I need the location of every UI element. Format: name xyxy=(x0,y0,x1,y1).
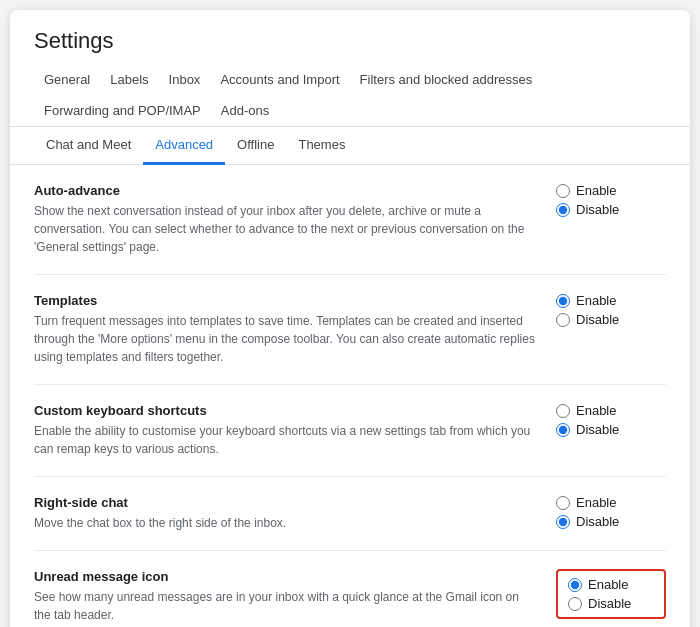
nav-filters[interactable]: Filters and blocked addresses xyxy=(350,64,543,95)
top-navigation: General Labels Inbox Accounts and Import… xyxy=(10,64,690,127)
setting-unread-icon-info: Unread message icon See how many unread … xyxy=(34,569,556,624)
setting-templates: Templates Turn frequent messages into te… xyxy=(34,275,666,385)
keyboard-enable-option[interactable]: Enable xyxy=(556,403,616,418)
setting-right-chat-desc: Move the chat box to the right side of t… xyxy=(34,514,536,532)
setting-keyboard-title: Custom keyboard shortcuts xyxy=(34,403,536,418)
auto-advance-disable-option[interactable]: Disable xyxy=(556,202,619,217)
tab-offline[interactable]: Offline xyxy=(225,127,286,165)
right-chat-disable-option[interactable]: Disable xyxy=(556,514,619,529)
setting-auto-advance-title: Auto-advance xyxy=(34,183,536,198)
setting-unread-icon-desc: See how many unread messages are in your… xyxy=(34,588,536,624)
keyboard-enable-label: Enable xyxy=(576,403,616,418)
templates-enable-label: Enable xyxy=(576,293,616,308)
right-chat-enable-label: Enable xyxy=(576,495,616,510)
setting-right-chat-title: Right-side chat xyxy=(34,495,536,510)
tab-advanced[interactable]: Advanced xyxy=(143,127,225,165)
templates-disable-radio[interactable] xyxy=(556,313,570,327)
tab-chat-and-meet[interactable]: Chat and Meet xyxy=(34,127,143,165)
nav-forwarding[interactable]: Forwarding and POP/IMAP xyxy=(34,95,211,126)
auto-advance-enable-radio[interactable] xyxy=(556,184,570,198)
unread-icon-disable-label: Disable xyxy=(588,596,631,611)
setting-unread-icon: Unread message icon See how many unread … xyxy=(34,551,666,627)
right-chat-enable-option[interactable]: Enable xyxy=(556,495,616,510)
setting-auto-advance-desc: Show the next conversation instead of yo… xyxy=(34,202,536,256)
right-chat-disable-label: Disable xyxy=(576,514,619,529)
templates-enable-option[interactable]: Enable xyxy=(556,293,616,308)
nav-addons[interactable]: Add-ons xyxy=(211,95,279,126)
auto-advance-enable-label: Enable xyxy=(576,183,616,198)
templates-disable-option[interactable]: Disable xyxy=(556,312,619,327)
unread-icon-disable-option[interactable]: Disable xyxy=(568,596,631,611)
settings-window: Settings General Labels Inbox Accounts a… xyxy=(10,10,690,627)
setting-templates-title: Templates xyxy=(34,293,536,308)
nav-inbox[interactable]: Inbox xyxy=(159,64,211,95)
nav-labels[interactable]: Labels xyxy=(100,64,158,95)
setting-unread-icon-controls: Enable Disable xyxy=(556,569,666,619)
setting-auto-advance-controls: Enable Disable xyxy=(556,183,666,217)
right-chat-disable-radio[interactable] xyxy=(556,515,570,529)
unread-icon-disable-radio[interactable] xyxy=(568,597,582,611)
nav-accounts[interactable]: Accounts and Import xyxy=(210,64,349,95)
nav-general[interactable]: General xyxy=(34,64,100,95)
keyboard-enable-radio[interactable] xyxy=(556,404,570,418)
settings-content: Auto-advance Show the next conversation … xyxy=(10,165,690,627)
unread-icon-enable-radio[interactable] xyxy=(568,578,582,592)
keyboard-disable-radio[interactable] xyxy=(556,423,570,437)
setting-templates-desc: Turn frequent messages into templates to… xyxy=(34,312,536,366)
right-chat-enable-radio[interactable] xyxy=(556,496,570,510)
setting-right-chat-controls: Enable Disable xyxy=(556,495,666,529)
templates-disable-label: Disable xyxy=(576,312,619,327)
setting-templates-controls: Enable Disable xyxy=(556,293,666,327)
auto-advance-enable-option[interactable]: Enable xyxy=(556,183,616,198)
auto-advance-disable-radio[interactable] xyxy=(556,203,570,217)
unread-icon-enable-label: Enable xyxy=(588,577,628,592)
keyboard-disable-label: Disable xyxy=(576,422,619,437)
setting-keyboard-controls: Enable Disable xyxy=(556,403,666,437)
setting-right-chat-info: Right-side chat Move the chat box to the… xyxy=(34,495,556,532)
sub-navigation: Chat and Meet Advanced Offline Themes xyxy=(10,127,690,165)
setting-auto-advance-info: Auto-advance Show the next conversation … xyxy=(34,183,556,256)
setting-keyboard: Custom keyboard shortcuts Enable the abi… xyxy=(34,385,666,477)
setting-unread-icon-title: Unread message icon xyxy=(34,569,536,584)
setting-keyboard-desc: Enable the ability to customise your key… xyxy=(34,422,536,458)
setting-keyboard-info: Custom keyboard shortcuts Enable the abi… xyxy=(34,403,556,458)
setting-right-chat: Right-side chat Move the chat box to the… xyxy=(34,477,666,551)
tab-themes[interactable]: Themes xyxy=(286,127,357,165)
templates-enable-radio[interactable] xyxy=(556,294,570,308)
unread-icon-enable-option[interactable]: Enable xyxy=(568,577,628,592)
auto-advance-disable-label: Disable xyxy=(576,202,619,217)
setting-templates-info: Templates Turn frequent messages into te… xyxy=(34,293,556,366)
keyboard-disable-option[interactable]: Disable xyxy=(556,422,619,437)
page-title: Settings xyxy=(10,10,690,64)
setting-auto-advance: Auto-advance Show the next conversation … xyxy=(34,165,666,275)
